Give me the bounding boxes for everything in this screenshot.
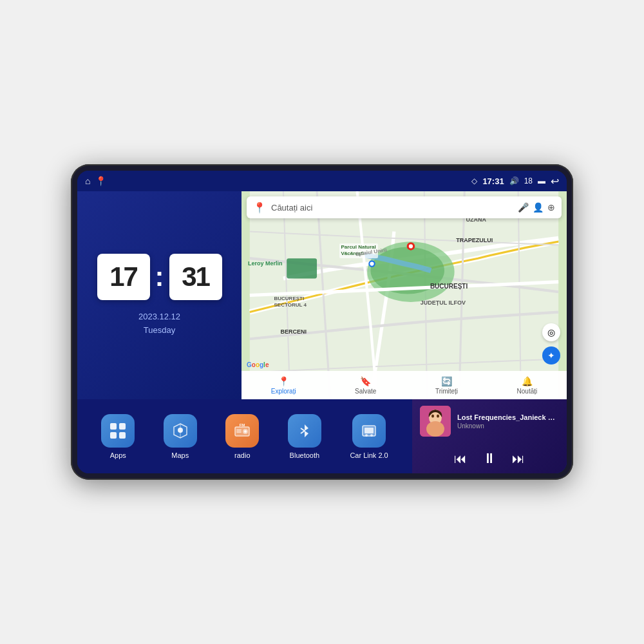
map-pin-icon: 📍 [253,202,266,214]
map-compass[interactable]: ✦ [542,346,560,365]
map-nav-label-saved: Salvate [355,388,376,395]
svg-rect-11 [119,432,126,439]
status-time: 17:31 [482,176,504,186]
clock-hour: 17 [97,254,150,300]
maps-status-icon[interactable]: 📍 [95,176,106,186]
status-left: ⌂ 📍 [85,176,106,186]
carlink-icon [352,414,386,448]
map-location-button[interactable]: ◎ [542,323,560,341]
device-screen: ⌂ 📍 ◇ 17:31 🔊 18 ▬ ↩ 17 : [77,171,567,473]
svg-point-5 [370,261,374,265]
voice-search-icon[interactable]: 🎤 [518,202,529,213]
app-label-radio: radio [234,451,250,459]
map-nav-salvate[interactable]: 🔖 Salvate [355,376,376,395]
music-title: Lost Frequencies_Janieck Devy-... [457,413,559,421]
svg-point-26 [426,421,444,437]
saved-icon: 🔖 [360,376,371,386]
home-icon[interactable]: ⌂ [85,176,90,186]
music-info: Lost Frequencies_Janieck Devy-... Unknow… [457,413,559,430]
music-album-art [420,406,451,437]
apps-grid-icon [109,422,127,440]
music-player: Lost Frequencies_Janieck Devy-... Unknow… [412,399,567,473]
svg-rect-3 [287,258,317,278]
compass-icon: ✦ [547,350,555,361]
bluetooth-icon [288,414,321,448]
app-item-maps[interactable]: Maps [164,414,197,459]
bottom-row: Apps Maps [77,399,567,473]
map-bottom-bar: 📍 Explorați 🔖 Salvate 🔄 Trimiteți [242,371,567,399]
app-item-radio[interactable]: FM radio [225,414,259,459]
map-nav-noutati[interactable]: 🔔 Noutăți [517,376,538,395]
album-art-svg [420,406,451,437]
map-nav-label-explore: Explorați [271,388,296,395]
clock-date: 2023.12.12 Tuesday [138,310,180,337]
news-icon: 🔔 [522,376,533,386]
svg-rect-17 [236,430,242,431]
map-nav-label-news: Noutăți [517,388,538,395]
app-label-maps: Maps [171,451,189,459]
svg-rect-18 [236,431,242,433]
app-label-carlink: Car Link 2.0 [350,451,388,459]
svg-point-23 [370,434,373,437]
next-icon: ⏭ [512,451,525,466]
music-prev-button[interactable]: ⏮ [454,451,467,466]
music-play-button[interactable]: ⏸ [482,450,497,467]
app-item-apps[interactable]: Apps [101,414,135,459]
carlink-app-icon [360,422,378,440]
status-right: ◇ 17:31 🔊 18 ▬ ↩ [471,175,559,187]
app-item-bluetooth[interactable]: Bluetooth [288,414,321,459]
status-bar: ⌂ 📍 ◇ 17:31 🔊 18 ▬ ↩ [77,171,567,191]
app-label-apps: Apps [110,451,126,459]
map-search-bar[interactable]: 📍 Căutați aici 🎤 👤 ⊕ [247,196,562,218]
radio-icon: FM [225,414,259,448]
google-logo: Google [247,361,269,368]
svg-rect-21 [365,428,374,433]
svg-rect-9 [119,423,126,430]
layers-icon[interactable]: ⊕ [547,202,555,213]
map-search-icons: 🎤 👤 ⊕ [518,202,555,213]
clock-display: 17 : 31 [97,254,222,300]
back-icon[interactable]: ↩ [551,175,559,187]
bluetooth-app-icon [296,422,314,440]
prev-icon: ⏮ [454,451,467,466]
app-label-bluetooth: Bluetooth [290,451,319,459]
clock-colon: : [155,261,164,292]
maps-icon [164,414,197,448]
svg-point-22 [365,434,368,437]
clock-panel: 17 : 31 2023.12.12 Tuesday [77,191,242,399]
clock-minute: 31 [169,254,222,300]
svg-rect-8 [110,423,117,430]
music-artist: Unknown [457,422,559,430]
map-nav-trimiteti[interactable]: 🔄 Trimiteți [435,376,458,395]
svg-point-28 [437,415,439,418]
music-controls: ⏮ ⏸ ⏭ [420,450,559,467]
map-search-text[interactable]: Căutați aici [271,203,513,213]
top-row: 17 : 31 2023.12.12 Tuesday [77,191,567,399]
volume-level: 18 [524,176,533,185]
map-nav-label-share: Trimiteți [435,388,458,395]
account-icon[interactable]: 👤 [533,202,544,213]
device: ⌂ 📍 ◇ 17:31 🔊 18 ▬ ↩ 17 : [71,164,573,480]
svg-point-7 [409,244,413,248]
signal-icon: ◇ [471,176,477,185]
play-icon: ⏸ [482,450,497,467]
maps-app-icon [171,422,189,440]
apps-icon [101,414,135,448]
map-panel[interactable]: 📍 Căutați aici 🎤 👤 ⊕ TRAPEZULUI BUCUREȘT… [242,191,567,399]
battery-icon: ▬ [538,176,545,185]
music-top: Lost Frequencies_Janieck Devy-... Unknow… [420,406,559,437]
music-next-button[interactable]: ⏭ [512,451,525,466]
map-nav-explorați[interactable]: 📍 Explorați [271,376,296,395]
map-svg [242,191,567,399]
radio-app-icon: FM [233,422,251,440]
map-background: 📍 Căutați aici 🎤 👤 ⊕ TRAPEZULUI BUCUREȘT… [242,191,567,399]
svg-point-16 [244,430,247,433]
svg-point-27 [431,415,434,418]
main-content: 17 : 31 2023.12.12 Tuesday [77,191,567,473]
app-grid: Apps Maps [77,399,412,473]
svg-text:FM: FM [240,423,245,427]
volume-icon[interactable]: 🔊 [509,176,519,185]
location-icon: ◎ [547,327,555,337]
svg-rect-10 [110,432,117,439]
app-item-carlink[interactable]: Car Link 2.0 [350,414,388,459]
